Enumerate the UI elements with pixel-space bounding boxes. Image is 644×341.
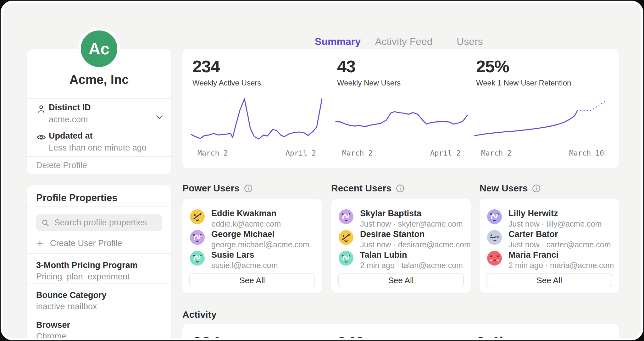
user-list-item[interactable]: Susie Larssusie.l@acme.com: [182, 250, 322, 268]
property-value: Pricing_plan_experiment: [36, 272, 130, 282]
user-avatar: [339, 209, 353, 224]
user-meta: 2 min ago · maria@acme.com: [508, 261, 614, 270]
user-name: Carter Bator: [508, 229, 558, 239]
user-meta: Just now · desirare@acme.com: [360, 240, 471, 249]
stat-value: 25%: [476, 57, 509, 76]
user-avatar: [190, 230, 205, 245]
property-row: Bounce Category inactive-mailbox: [27, 283, 171, 313]
company-avatar: Ac: [78, 28, 120, 70]
tab-bar: Summary Activity Feed Users: [186, 33, 622, 51]
user-list-item[interactable]: Talan Lubin2 min ago · talan@acme.com: [331, 250, 471, 268]
property-value: inactive-mailbox: [36, 302, 97, 311]
see-all-button[interactable]: See All: [338, 273, 464, 287]
recent-users-header: Recent Users: [331, 183, 404, 194]
divider: [27, 206, 171, 206]
stat-value: 234: [192, 57, 220, 76]
company-name: Acme, Inc: [27, 73, 171, 87]
section-title: Power Users: [182, 183, 240, 194]
x-axis-tick: March 2: [197, 149, 228, 157]
create-user-profile-button[interactable]: Create User Profile: [36, 237, 122, 250]
activity-card: 234 240 3.4k: [182, 324, 619, 338]
activity-stat-value: 240: [337, 333, 364, 338]
info-icon[interactable]: [532, 184, 541, 193]
recent-users-card: Skylar BaptistaJust now · skyler@acme.co…: [331, 199, 471, 293]
create-user-profile-label: Create User Profile: [50, 239, 122, 248]
tab-activity-feed[interactable]: Activity Feed: [371, 33, 437, 51]
chart-line-weekly-active-users: [191, 99, 322, 139]
activity-stat-value: 3.4k: [476, 333, 508, 338]
user-list-item[interactable]: Maria Franci2 min ago · maria@acme.com: [480, 250, 619, 268]
user-meta: Just now · carter@acme.com: [508, 240, 611, 249]
user-list-item[interactable]: Lilly HerwitzJust now · lilly@acme.com: [480, 208, 619, 227]
x-axis-tick: April 2: [286, 149, 316, 157]
user-meta: eddie.k@acme.com: [211, 219, 281, 228]
power-users-card: Eddie Kwakmaneddie.k@acme.comGeorge Mich…: [182, 199, 322, 293]
x-axis-tick: March 10: [569, 149, 604, 157]
user-avatar: [190, 209, 205, 224]
eye-icon: [36, 132, 46, 142]
profile-properties-card: Profile Properties Create User Profile 3…: [27, 185, 171, 338]
user-list-item[interactable]: Desirae StantonJust now · desirare@acme.…: [331, 229, 471, 248]
field-label: Distinct ID: [49, 103, 91, 113]
user-list-item[interactable]: Skylar BaptistaJust now · skyler@acme.co…: [331, 208, 471, 227]
delete-profile-row: Delete Profile: [27, 156, 171, 174]
x-axis-tick: March 2: [342, 149, 373, 157]
user-meta: susie.l@acme.com: [211, 261, 278, 270]
user-meta: george.michael@acme.com: [211, 240, 309, 249]
line-chart-weekly-active-users: [191, 94, 323, 145]
profile-properties-title: Profile Properties: [36, 192, 117, 204]
activity-stat-value: 234: [192, 333, 220, 338]
user-name: Skylar Baptista: [360, 209, 421, 218]
tab-users[interactable]: Users: [437, 33, 503, 51]
x-axis-tick: April 2: [430, 149, 461, 157]
user-avatar: [487, 209, 502, 224]
stat-weekly-new-users: 43 Weekly New Users March 2 April 2: [336, 49, 468, 168]
stat-weekly-active-users: 234 Weekly Active Users March 2 April 2: [191, 49, 323, 168]
person-icon: [36, 104, 46, 114]
app-window: Ac Acme, Inc Distinct ID acme.com Update…: [3, 3, 641, 338]
property-name: Bounce Category: [36, 290, 107, 300]
user-meta: Just now · lilly@acme.com: [508, 219, 602, 228]
activity-section-title: Activity: [182, 309, 216, 320]
summary-stats-card: 234 Weekly Active Users March 2 April 2 …: [182, 49, 619, 168]
stat-value: 43: [337, 57, 355, 76]
chart-line-weekly-new-users: [336, 112, 467, 126]
user-avatar: [487, 230, 502, 245]
user-name: Susie Lars: [211, 250, 254, 260]
chevron-down-icon[interactable]: [155, 113, 164, 122]
new-users-card: Lilly HerwitzJust now · lilly@acme.comCa…: [480, 199, 619, 293]
user-name: Talan Lubin: [360, 250, 407, 260]
plus-icon: [36, 239, 44, 247]
line-chart-retention: [475, 94, 606, 145]
see-all-button[interactable]: See All: [189, 273, 315, 287]
user-name: Desirae Stanton: [360, 229, 425, 239]
search-input[interactable]: [36, 214, 162, 231]
stat-week1-retention: 25% Week 1 New User Retention March 2 Ma…: [475, 49, 607, 168]
user-name: Lilly Herwitz: [508, 209, 558, 218]
info-icon[interactable]: [244, 184, 253, 193]
section-title: Recent Users: [331, 183, 391, 194]
stat-label: Weekly Active Users: [192, 79, 261, 87]
user-name: George Michael: [211, 229, 275, 239]
property-row: 3-Month Pricing Program Pricing_plan_exp…: [27, 253, 171, 283]
tab-summary[interactable]: Summary: [305, 33, 371, 51]
property-row: Browser Chrome: [27, 313, 171, 338]
property-name: 3-Month Pricing Program: [36, 261, 138, 270]
user-avatar: [487, 251, 502, 266]
info-icon[interactable]: [396, 184, 404, 193]
user-avatar: [190, 251, 205, 266]
property-value: Chrome: [36, 332, 66, 338]
user-meta: 2 min ago · talan@acme.com: [360, 261, 463, 270]
user-list-item[interactable]: Eddie Kwakmaneddie.k@acme.com: [182, 208, 322, 227]
user-avatar: [339, 230, 353, 245]
line-chart-weekly-new-users: [336, 94, 467, 145]
field-value: Less than one minute ago: [49, 143, 147, 153]
field-label: Updated at: [49, 131, 93, 141]
user-name: Maria Franci: [508, 250, 558, 260]
company-avatar-initials: Ac: [89, 39, 109, 58]
user-list-item[interactable]: George Michaelgeorge.michael@acme.com: [182, 229, 322, 248]
delete-profile-button[interactable]: Delete Profile: [36, 161, 87, 170]
new-users-header: New Users: [480, 183, 541, 194]
user-list-item[interactable]: Carter BatorJust now · carter@acme.com: [480, 229, 619, 248]
see-all-button[interactable]: See All: [486, 273, 612, 287]
